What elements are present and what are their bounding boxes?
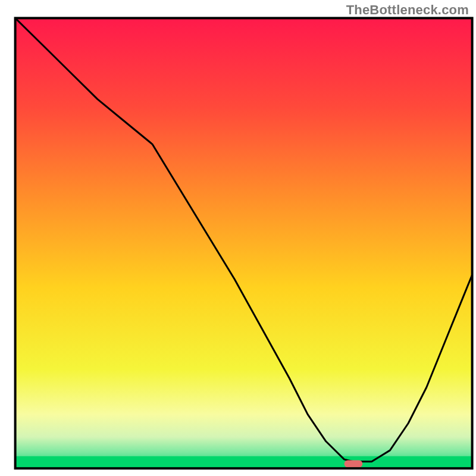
optimal-marker — [345, 461, 363, 468]
bottom-green-band — [15, 456, 472, 468]
plot-area — [15, 18, 472, 468]
bottleneck-chart — [0, 0, 476, 476]
